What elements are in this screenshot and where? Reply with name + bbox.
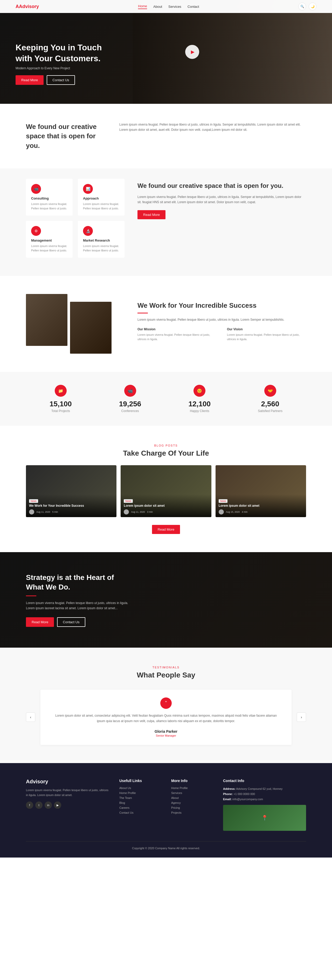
useful-link-1[interactable]: About Us	[119, 786, 161, 789]
footer-bottom: Copyright © 2020 Company Name All rights…	[26, 841, 306, 850]
useful-link-6[interactable]: Contact Us	[119, 811, 161, 814]
more-info-2[interactable]: Services	[171, 791, 213, 794]
service-card-consulting: 📹 Consulting Lorem ipsum viverra feugiat…	[26, 179, 73, 216]
more-info-1[interactable]: Home Profile	[171, 786, 213, 789]
approach-desc: Lorem ipsum viverra feugiat. Pellen tesq…	[83, 202, 119, 210]
footer-logo: Advisory	[26, 779, 109, 784]
management-icon: ⚙	[31, 226, 41, 236]
vision-title: Our Vision	[227, 328, 306, 331]
testimonials-slider: ‹ " Lorem ipsum dolor sit amet, consecte…	[26, 690, 306, 745]
blog-card-image-2: News Lorem ipsum dolor sit amet Aug 11, …	[121, 465, 211, 517]
copyright-text: Copyright © 2020 Company Name All rights…	[26, 846, 306, 850]
blog-header: BLOG POSTS Take Charge Of Your Life	[26, 444, 306, 457]
strategy-buttons: Read More Contact Us	[26, 617, 130, 627]
success-images	[26, 294, 124, 354]
success-vision: Our Vision Lorem ipsum viverra feugiat. …	[227, 328, 306, 347]
service-card-approach: 📊 Approach Lorem ipsum viverra feugiat. …	[78, 179, 124, 216]
services-body: Lorem ipsum viverra feugiat. Pellen tesq…	[137, 194, 306, 205]
blog-post-title-3: Lorem ipsum dolor sit amet	[219, 504, 303, 508]
creative-body: Lorem ipsum viverra feugiat. Pellen tesq…	[119, 122, 306, 133]
slider-prev-button[interactable]: ‹	[26, 713, 35, 722]
blog-heading: Take Charge Of Your Life	[26, 449, 306, 457]
blog-tag: BLOG POSTS	[26, 444, 306, 447]
footer-brand: Advisory Lorem ipsum viverra feugiat. Pe…	[26, 779, 109, 831]
twitter-icon[interactable]: t	[35, 802, 43, 809]
strategy-read-more-button[interactable]: Read More	[26, 617, 54, 627]
stat-projects: 📁 15,100 Total Projects	[49, 385, 72, 413]
blog-post-read-2: 3 min	[147, 511, 153, 513]
testimonials-tag: TESTIMONIALS	[26, 666, 306, 669]
more-info-4[interactable]: Agency	[171, 801, 213, 804]
strategy-body: Lorem ipsum viverra feugiat. Pellen tesq…	[26, 600, 130, 611]
mission-body: Lorem ipsum viverra feugiat. Pellen tesq…	[137, 332, 216, 341]
blog-post-date-1: Aug 11, 2020	[36, 511, 50, 513]
contact-email-label: Email:	[223, 798, 232, 801]
useful-link-4[interactable]: Blog	[119, 801, 161, 804]
linkedin-icon[interactable]: in	[44, 802, 52, 809]
nav-link-contact[interactable]: Contact	[187, 5, 199, 9]
footer-grid: Advisory Lorem ipsum viverra feugiat. Pe…	[26, 779, 306, 831]
footer-brand-desc: Lorem ipsum viverra feugiat. Pellen tesq…	[26, 788, 109, 797]
approach-icon: 📊	[83, 184, 93, 194]
success-mission: Our Mission Lorem ipsum viverra feugiat.…	[137, 328, 216, 347]
useful-links-list: About Us Home Profile The Team Blog Care…	[119, 786, 161, 814]
useful-link-5[interactable]: Careers	[119, 806, 161, 809]
more-info-5[interactable]: Pricing	[171, 806, 213, 809]
service-card-research: 🔬 Market Research Lorem ipsum viverra fe…	[78, 221, 124, 258]
blog-card-image-1: News We Work for Your Incredible Success…	[26, 465, 116, 517]
footer-social: f t in ▶	[26, 802, 109, 809]
blog-post-date-2: Aug 11, 2020	[131, 511, 145, 513]
blog-post-tag-3: News	[219, 499, 228, 503]
research-title: Market Research	[83, 239, 119, 242]
footer-map	[223, 805, 306, 831]
research-desc: Lorem ipsum viverra feugiat. Pellen tesq…	[83, 244, 119, 253]
services-read-more-button[interactable]: Read More	[137, 210, 165, 219]
testimonials-header: TESTIMONIALS What People Say	[26, 666, 306, 679]
play-button[interactable]	[185, 45, 199, 59]
blog-post-tag-2: News	[124, 499, 133, 503]
footer: Advisory Lorem ipsum viverra feugiat. Pe…	[0, 763, 332, 858]
blog-post-meta-3: Aug 15, 2020 4 min	[219, 509, 303, 514]
strategy-contact-button[interactable]: Contact Us	[57, 617, 85, 627]
blog-card-3[interactable]: News Lorem ipsum dolor sit amet Aug 15, …	[216, 465, 306, 517]
clients-icon: 😊	[194, 385, 205, 397]
theme-toggle-icon[interactable]: 🌙	[309, 3, 316, 10]
useful-link-3[interactable]: The Team	[119, 796, 161, 799]
hero-section: Keeping You in Touch with Your Customers…	[0, 0, 332, 104]
nav-icons: 🔍 🌙	[298, 3, 316, 10]
blog-avatar-1	[29, 509, 34, 514]
nav-link-about[interactable]: About	[153, 5, 162, 9]
search-icon[interactable]: 🔍	[298, 3, 306, 10]
blog-card-1[interactable]: News We Work for Your Incredible Success…	[26, 465, 116, 517]
youtube-icon[interactable]: ▶	[54, 802, 61, 809]
useful-links-title: Usefull Links	[119, 779, 161, 783]
partners-icon: 🤝	[264, 385, 276, 397]
blog-post-read-3: 4 min	[242, 511, 248, 513]
blog-read-more-button[interactable]: Read More	[152, 525, 180, 534]
clients-label: Happy Clients	[188, 409, 211, 413]
conferences-label: Conferences	[119, 409, 141, 413]
blog-card-overlay-3: News Lorem ipsum dolor sit amet Aug 15, …	[216, 494, 306, 517]
useful-link-2[interactable]: Home Profile	[119, 791, 161, 794]
hero-contact-button[interactable]: Contact Us	[47, 75, 75, 85]
more-info-6[interactable]: Projects	[171, 811, 213, 814]
blog-post-title-1: We Work for Your Incredible Success	[29, 504, 113, 508]
facebook-icon[interactable]: f	[26, 802, 33, 809]
stat-clients: 😊 12,100 Happy Clients	[188, 385, 211, 413]
slider-next-button[interactable]: ›	[297, 713, 306, 722]
success-image-2	[70, 302, 111, 354]
consulting-icon: 📹	[31, 184, 41, 194]
more-info-3[interactable]: About	[171, 796, 213, 799]
blog-card-2[interactable]: News Lorem ipsum dolor sit amet Aug 11, …	[121, 465, 211, 517]
strategy-section: Strategy is at the Heart of What We Do. …	[0, 552, 332, 648]
partners-number: 2,560	[258, 400, 283, 408]
partners-label: Satisfied Partners	[258, 409, 283, 413]
stats-section: 📁 15,100 Total Projects 📹 19,256 Confere…	[0, 372, 332, 426]
conferences-number: 19,256	[119, 400, 141, 408]
nav-link-home[interactable]: Home	[138, 4, 147, 9]
consulting-title: Consulting	[31, 196, 67, 200]
success-heading: We Work for Your Incredible Success	[137, 301, 306, 310]
success-columns: Our Mission Lorem ipsum viverra feugiat.…	[137, 328, 306, 347]
nav-link-services[interactable]: Services	[168, 5, 181, 9]
hero-read-more-button[interactable]: Read More	[16, 75, 44, 85]
